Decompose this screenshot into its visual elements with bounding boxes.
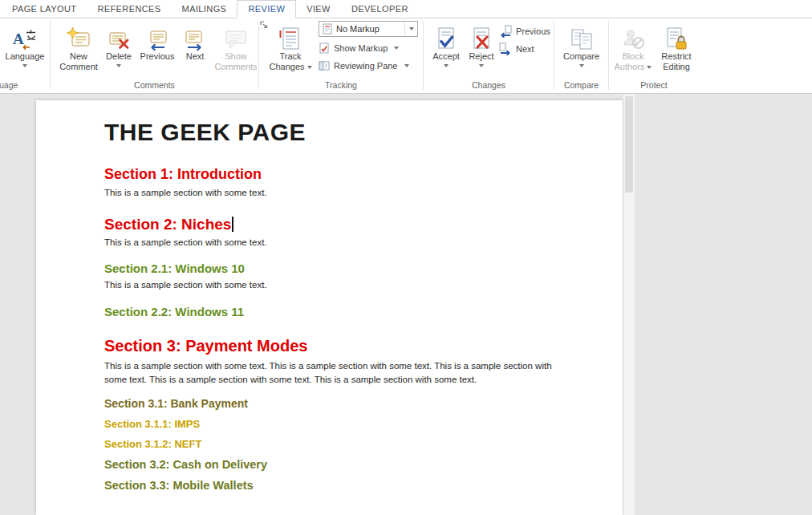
- tab-references[interactable]: REFERENCES: [87, 0, 171, 18]
- restrict-editing-button[interactable]: Restrict Editing: [656, 20, 697, 79]
- accept-button[interactable]: Accept: [428, 20, 464, 79]
- reject-button[interactable]: Reject: [465, 20, 497, 79]
- document-area: THE GEEK PAGE Section 1: Introduction Th…: [0, 94, 812, 515]
- ribbon-group-changes: Accept Reject: [424, 18, 554, 93]
- block-authors-label-2: Authors: [615, 62, 645, 71]
- dropdown-caret: [579, 64, 584, 67]
- display-for-review-dropdown-button[interactable]: [404, 22, 417, 36]
- ribbon-group-compare: Compare Compare: [554, 18, 608, 93]
- compare-group-label: Compare: [554, 80, 608, 90]
- dropdown-caret: [479, 64, 484, 67]
- show-comments-button: Show Comments: [214, 20, 258, 79]
- body-text: This is a sample section with some text.: [104, 278, 554, 291]
- dropdown-caret: [444, 64, 449, 67]
- dropdown-caret: [404, 64, 409, 67]
- reject-icon: [469, 20, 493, 51]
- delete-label: Delete: [106, 51, 132, 61]
- delete-comment-button[interactable]: Delete: [102, 20, 136, 79]
- text-cursor: [232, 217, 233, 232]
- restrict-editing-icon: [664, 20, 688, 51]
- dropdown-caret: [22, 64, 27, 67]
- compare-icon: [569, 20, 595, 51]
- language-label: Language: [6, 51, 45, 61]
- dropdown-caret: [116, 64, 121, 67]
- scrollbar-thumb[interactable]: [625, 96, 633, 193]
- block-authors-button: Block Authors: [612, 20, 654, 79]
- compare-button[interactable]: Compare: [559, 20, 603, 79]
- heading-section-3: Section 3: Payment Modes: [104, 336, 554, 355]
- previous-label: Previous: [140, 51, 175, 61]
- document-content: THE GEEK PAGE Section 1: Introduction Th…: [36, 100, 554, 493]
- show-markup-label: Show Markup: [334, 43, 388, 53]
- new-comment-label-2: Comment: [59, 62, 98, 71]
- document-title: THE GEEK PAGE: [104, 119, 554, 146]
- body-text: This is a sample section with some text.: [104, 236, 554, 249]
- delete-comment-icon: [108, 20, 130, 51]
- display-for-review-combobox[interactable]: No Markup: [319, 21, 418, 37]
- heading-section-1: Section 1: Introduction: [104, 165, 554, 183]
- track-changes-button[interactable]: Track Changes: [267, 20, 314, 79]
- new-comment-icon: [66, 20, 91, 51]
- language-icon: A: [13, 20, 37, 51]
- compare-label: Compare: [563, 51, 599, 61]
- show-markup-icon: [319, 43, 330, 54]
- protect-group-label: Protect: [609, 80, 699, 90]
- next-change-icon: [499, 43, 512, 55]
- accept-icon: [434, 20, 458, 51]
- tab-view[interactable]: VIEW: [296, 0, 341, 18]
- show-comments-label-2: Comments: [214, 62, 257, 71]
- previous-comment-icon: [146, 20, 168, 51]
- previous-comment-button[interactable]: Previous: [137, 20, 177, 79]
- language-group-label: Language: [0, 80, 27, 90]
- tab-developer[interactable]: DEVELOPER: [341, 0, 419, 18]
- body-paragraph: This is a sample section with some text.…: [104, 359, 554, 387]
- ribbon-group-tracking: Track Changes No Markup: [259, 18, 423, 93]
- accept-label: Accept: [432, 51, 460, 61]
- dropdown-caret: [394, 47, 399, 50]
- language-button[interactable]: A Language: [3, 20, 47, 79]
- restrict-editing-label: Restrict: [661, 51, 691, 61]
- ribbon: A Language Language: [0, 18, 812, 94]
- tab-review[interactable]: REVIEW: [237, 0, 296, 18]
- track-changes-icon: [278, 20, 302, 51]
- next-label: Next: [186, 51, 205, 61]
- chevron-down-icon: [409, 27, 414, 30]
- display-for-review-icon: [322, 23, 333, 34]
- previous-change-icon: [499, 25, 512, 38]
- reviewing-pane-button[interactable]: Reviewing Pane: [319, 58, 409, 73]
- block-authors-icon: [621, 20, 645, 51]
- heading-section-2: Section 2: Niches: [104, 215, 554, 233]
- heading-section-3-1-1: Section 3.1.1: IMPS: [104, 417, 554, 431]
- changes-group-label: Changes: [424, 80, 554, 90]
- show-comments-icon: [224, 20, 248, 51]
- track-changes-label-2: Changes: [269, 62, 304, 71]
- restrict-editing-label-2: Editing: [663, 62, 690, 71]
- show-comments-label: Show: [225, 51, 247, 61]
- show-markup-button[interactable]: Show Markup: [319, 40, 399, 55]
- document-page[interactable]: THE GEEK PAGE Section 1: Introduction Th…: [36, 100, 623, 515]
- body-text: This is a sample section with some text.: [104, 186, 554, 199]
- tab-page-layout[interactable]: PAGE LAYOUT: [2, 0, 87, 18]
- ribbon-tab-bar: PAGE LAYOUT REFERENCES MAILINGS REVIEW V…: [0, 0, 812, 18]
- tracking-group-label: Tracking: [259, 80, 423, 90]
- tab-mailings[interactable]: MAILINGS: [172, 0, 238, 18]
- reject-label: Reject: [469, 51, 493, 61]
- dropdown-caret: [307, 66, 312, 69]
- reviewing-pane-label: Reviewing Pane: [334, 61, 398, 71]
- heading-section-3-3: Section 3.3: Mobile Wallets: [104, 478, 554, 493]
- heading-section-3-2: Section 3.2: Cash on Delivery: [104, 457, 554, 472]
- track-changes-label: Track: [279, 51, 301, 61]
- heading-section-3-1: Section 3.1: Bank Payment: [104, 396, 554, 411]
- display-for-review-value: No Markup: [333, 24, 404, 34]
- previous-change-button[interactable]: Previous: [499, 23, 550, 39]
- vertical-scrollbar[interactable]: [623, 94, 635, 515]
- comments-group-label: Comments: [51, 80, 258, 90]
- next-change-button[interactable]: Next: [499, 41, 534, 56]
- dropdown-caret: [647, 66, 652, 69]
- block-authors-label: Block: [623, 51, 644, 61]
- svg-text:A: A: [13, 30, 24, 47]
- next-comment-button[interactable]: Next: [179, 20, 211, 79]
- new-comment-button[interactable]: New Comment: [57, 20, 100, 79]
- word-window: PAGE LAYOUT REFERENCES MAILINGS REVIEW V…: [0, 0, 812, 515]
- heading-section-3-1-2: Section 3.1.2: NEFT: [104, 437, 554, 451]
